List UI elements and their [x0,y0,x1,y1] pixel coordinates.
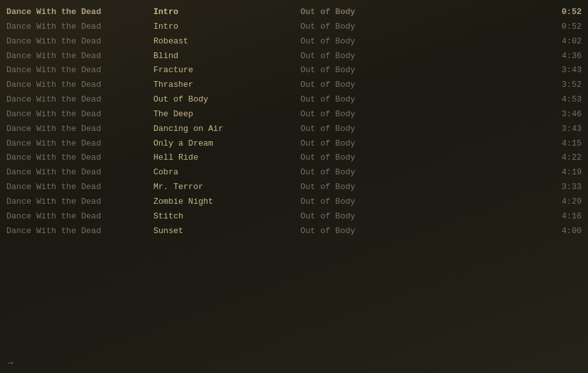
track-album: Out of Body [300,225,415,238]
track-duration: 3:46 [556,109,582,121]
table-row[interactable]: Dance With the DeadIntroOut of Body0:52 [0,20,588,34]
table-row[interactable]: Dance With the DeadSunsetOut of Body4:00 [0,224,588,239]
track-title: Zombie Night [153,196,300,208]
track-artist: Dance With the Dead [6,167,153,179]
table-row[interactable]: Dance With the DeadBlindOut of Body4:36 [0,49,588,64]
track-artist: Dance With the Dead [6,109,153,121]
track-title: Dancing on Air [153,123,300,135]
track-duration: 0:52 [556,21,582,33]
track-artist: Dance With the Dead [6,181,153,194]
track-album: Out of Body [300,138,415,150]
track-duration: 4:00 [556,225,582,238]
track-title: The Deep [153,109,300,121]
track-list-header: Dance With the Dead Intro Out of Body 0:… [0,5,588,20]
track-artist: Dance With the Dead [6,50,153,63]
table-row[interactable]: Dance With the DeadFractureOut of Body3:… [0,63,588,78]
table-row[interactable]: Dance With the DeadThrasherOut of Body3:… [0,78,588,93]
table-row[interactable]: Dance With the DeadRobeastOut of Body4:0… [0,34,588,49]
track-duration: 3:43 [556,123,582,135]
track-title: Only a Dream [153,138,300,150]
track-title: Hell Ride [153,152,300,164]
header-album: Out of Body [300,6,415,19]
track-title: Thrasher [153,79,300,91]
track-album: Out of Body [300,196,415,208]
track-duration: 3:52 [556,79,582,91]
track-artist: Dance With the Dead [6,36,153,48]
track-artist: Dance With the Dead [6,138,153,150]
track-artist: Dance With the Dead [6,225,153,238]
track-artist: Dance With the Dead [6,196,153,208]
track-duration: 4:19 [556,167,582,179]
track-title: Out of Body [153,94,300,106]
track-duration: 3:43 [556,65,582,77]
track-artist: Dance With the Dead [6,94,153,106]
track-album: Out of Body [300,167,415,179]
track-album: Out of Body [300,79,415,91]
track-list: Dance With the Dead Intro Out of Body 0:… [0,0,588,244]
track-album: Out of Body [300,109,415,121]
bottom-arrow: → [8,358,13,368]
header-duration: 0:52 [556,6,582,19]
table-row[interactable]: Dance With the DeadDancing on AirOut of … [0,122,588,137]
table-row[interactable]: Dance With the DeadZombie NightOut of Bo… [0,195,588,209]
track-title: Intro [153,21,300,33]
track-title: Fracture [153,65,300,77]
track-title: Stitch [153,211,300,223]
track-album: Out of Body [300,152,415,164]
track-duration: 4:22 [556,152,582,164]
track-title: Mr. Terror [153,181,300,194]
track-artist: Dance With the Dead [6,152,153,164]
track-title: Blind [153,50,300,63]
track-duration: 4:02 [556,36,582,48]
table-row[interactable]: Dance With the DeadCobraOut of Body4:19 [0,165,588,180]
track-artist: Dance With the Dead [6,211,153,223]
track-title: Sunset [153,225,300,238]
table-row[interactable]: Dance With the DeadOut of BodyOut of Bod… [0,93,588,107]
track-duration: 4:36 [556,50,582,63]
track-artist: Dance With the Dead [6,21,153,33]
table-row[interactable]: Dance With the DeadMr. TerrorOut of Body… [0,180,588,195]
track-album: Out of Body [300,94,415,106]
header-title: Intro [153,6,300,19]
track-album: Out of Body [300,36,415,48]
track-duration: 4:15 [556,138,582,150]
table-row[interactable]: Dance With the DeadOnly a DreamOut of Bo… [0,137,588,151]
track-album: Out of Body [300,123,415,135]
track-album: Out of Body [300,181,415,194]
table-row[interactable]: Dance With the DeadThe DeepOut of Body3:… [0,107,588,122]
table-row[interactable]: Dance With the DeadStitchOut of Body4:16 [0,209,588,224]
table-row[interactable]: Dance With the DeadHell RideOut of Body4… [0,151,588,165]
track-artist: Dance With the Dead [6,123,153,135]
track-album: Out of Body [300,21,415,33]
track-title: Robeast [153,36,300,48]
track-album: Out of Body [300,50,415,63]
track-duration: 4:29 [556,196,582,208]
track-artist: Dance With the Dead [6,65,153,77]
track-title: Cobra [153,167,300,179]
track-artist: Dance With the Dead [6,79,153,91]
header-artist: Dance With the Dead [6,6,153,19]
track-duration: 4:16 [556,211,582,223]
track-album: Out of Body [300,211,415,223]
track-duration: 4:53 [556,94,582,106]
track-duration: 3:33 [556,181,582,194]
track-album: Out of Body [300,65,415,77]
